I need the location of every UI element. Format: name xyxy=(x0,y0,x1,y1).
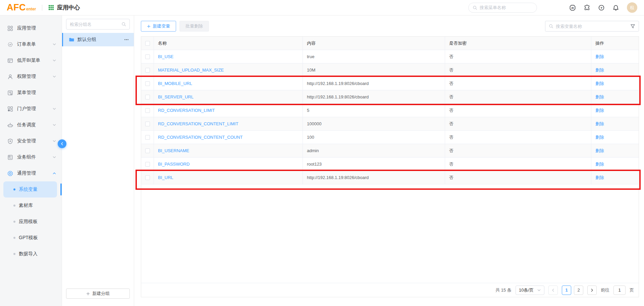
sidebar-subitem[interactable]: 数据导入 xyxy=(0,246,62,262)
avatar[interactable]: 租 xyxy=(627,2,637,13)
delete-link[interactable]: 删除 xyxy=(595,175,604,181)
variable-name-link[interactable]: RD_CONVERSATION_CONTENT_COUNT xyxy=(158,135,243,140)
sidebar-item[interactable]: 安全管理 xyxy=(0,133,62,149)
afc-logo[interactable]: AFCenter xyxy=(7,3,36,12)
sidebar-item[interactable]: 菜单管理 xyxy=(0,85,62,101)
variable-name-link[interactable]: BI_PASSWORD xyxy=(158,162,190,167)
bullet-icon xyxy=(13,237,15,239)
page-button-1[interactable]: 1 xyxy=(562,286,571,295)
sidebar-item[interactable]: 门户管理 xyxy=(0,101,62,117)
row-checkbox[interactable] xyxy=(145,81,150,86)
sidebar-item[interactable]: 应用管理 xyxy=(0,20,62,36)
plus-icon xyxy=(147,25,151,28)
row-checkbox[interactable] xyxy=(145,68,150,73)
sidebar-item-label: 通用管理 xyxy=(17,170,52,176)
logo-text: AFC xyxy=(7,3,26,12)
chevron-down-icon xyxy=(52,123,56,127)
group-item[interactable]: 默认分组 xyxy=(62,33,134,46)
new-group-button[interactable]: 新建分组 xyxy=(66,289,130,299)
variable-search-input[interactable] xyxy=(556,24,628,29)
delete-link[interactable]: 删除 xyxy=(595,67,604,73)
plugin-icon[interactable] xyxy=(584,4,590,11)
group-search-box[interactable] xyxy=(66,19,130,30)
sidebar-subitem[interactable]: 系统变量 xyxy=(3,181,57,198)
variable-name-link[interactable]: BI_USERNAME xyxy=(158,148,189,153)
sidebar-item[interactable]: 低开BI菜单 xyxy=(0,52,62,69)
sidebar-subitem[interactable]: 应用模板 xyxy=(0,214,62,230)
variable-name-link[interactable]: BI_URL xyxy=(158,175,173,180)
goto-page-input[interactable] xyxy=(613,286,626,295)
next-page-button[interactable] xyxy=(587,286,597,295)
sidebar-item[interactable]: 权限管理 xyxy=(0,69,62,85)
menu-search-box[interactable] xyxy=(468,3,537,13)
table-body: BI_USEtrue否删除MATERIAL_UPLOAD_MAX_SIZE10M… xyxy=(141,50,639,184)
logo-subtext: enter xyxy=(26,7,36,11)
page-button-2[interactable]: 2 xyxy=(574,286,583,295)
cell-action: 删除 xyxy=(591,144,639,157)
delete-link[interactable]: 删除 xyxy=(595,94,604,100)
delete-link[interactable]: 删除 xyxy=(595,121,604,127)
security-icon xyxy=(7,138,13,144)
ai-icon[interactable]: AI xyxy=(569,4,576,11)
row-checkbox[interactable] xyxy=(145,54,150,59)
cell-encrypted: 否 xyxy=(445,104,591,117)
sidebar-item[interactable]: 订单表单 xyxy=(0,36,62,52)
page-size-label: 10条/页 xyxy=(519,287,534,293)
table-row: MATERIAL_UPLOAD_MAX_SIZE10M否删除 xyxy=(141,63,639,77)
delete-link[interactable]: 删除 xyxy=(595,81,604,87)
variable-name-link[interactable]: MATERIAL_UPLOAD_MAX_SIZE xyxy=(158,68,224,73)
more-icon[interactable] xyxy=(124,37,129,42)
menu-search-input[interactable] xyxy=(480,5,533,10)
variable-name-link[interactable]: RD_CONVERSATION_CONTENT_LIMIT xyxy=(158,121,238,126)
row-checkbox[interactable] xyxy=(145,122,150,126)
sidebar-collapse-button[interactable] xyxy=(58,139,66,148)
variable-name-link[interactable]: BI_MOBILE_URL xyxy=(158,81,192,86)
variable-name-link[interactable]: BI_SERVER_URL xyxy=(158,94,194,99)
row-checkbox-cell xyxy=(141,158,154,171)
active-indicator xyxy=(60,183,62,195)
batch-delete-button[interactable]: 批量删除 xyxy=(179,21,209,32)
delete-link[interactable]: 删除 xyxy=(595,54,604,60)
bullet-icon xyxy=(13,221,15,223)
cell-name: BI_USE xyxy=(154,50,303,63)
sidebar-item[interactable]: 任务调度 xyxy=(0,117,62,133)
filter-icon[interactable] xyxy=(630,24,635,29)
cell-encrypted: 否 xyxy=(445,131,591,144)
delete-link[interactable]: 删除 xyxy=(595,107,604,114)
row-checkbox[interactable] xyxy=(145,108,150,113)
page-size-select[interactable]: 10条/页 xyxy=(516,286,544,295)
sidebar-subitem[interactable]: GPT模板 xyxy=(0,230,62,246)
sidebar-subitem-label: 系统变量 xyxy=(19,186,38,192)
delete-link[interactable]: 删除 xyxy=(595,148,604,154)
delete-link[interactable]: 删除 xyxy=(595,134,604,140)
new-variable-button[interactable]: 新建变量 xyxy=(141,21,176,32)
pagination-bar: 共 15 条 10条/页 12 前往 页 xyxy=(141,283,639,297)
row-checkbox[interactable] xyxy=(145,162,150,167)
row-checkbox[interactable] xyxy=(145,148,150,153)
group-label: 默认分组 xyxy=(77,37,120,43)
sidebar-subitem[interactable]: 素材库 xyxy=(0,198,62,214)
app-header: AFCenter 应用中心 AI ? 租 xyxy=(0,0,644,15)
row-checkbox[interactable] xyxy=(145,135,150,140)
sidebar-item-label: 任务调度 xyxy=(17,122,52,128)
select-all-checkbox[interactable] xyxy=(145,41,150,46)
chevron-down-icon xyxy=(52,58,56,62)
cell-content: 100 xyxy=(303,131,445,144)
sidebar-subitem-label: GPT模板 xyxy=(19,235,38,241)
sidebar-item[interactable]: 业务组件 xyxy=(0,149,62,165)
cell-action: 删除 xyxy=(591,171,639,184)
prev-page-button[interactable] xyxy=(548,286,558,295)
row-checkbox[interactable] xyxy=(145,95,150,99)
variable-name-link[interactable]: RD_CONVERSATION_LIMIT xyxy=(158,108,215,113)
help-icon[interactable]: ? xyxy=(598,4,605,11)
variable-name-link[interactable]: BI_USE xyxy=(158,54,173,59)
chevron-up-icon xyxy=(52,171,56,175)
chevron-down-icon xyxy=(52,107,56,111)
sidebar-item[interactable]: 通用管理 xyxy=(0,165,62,181)
toolbar: 新建变量 批量删除 xyxy=(141,21,639,32)
variable-search-box[interactable] xyxy=(545,21,639,32)
bell-icon[interactable] xyxy=(612,4,619,11)
group-search-input[interactable] xyxy=(70,22,119,27)
delete-link[interactable]: 删除 xyxy=(595,161,604,167)
row-checkbox[interactable] xyxy=(145,175,150,180)
